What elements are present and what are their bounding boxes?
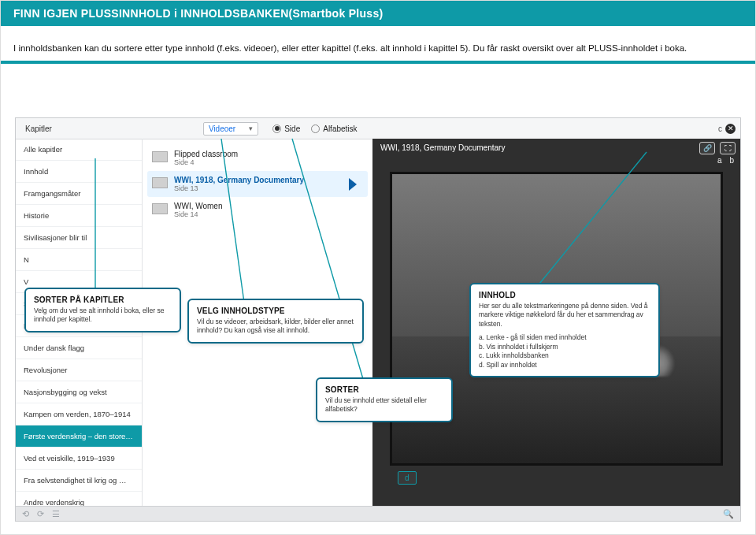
preview-title: WWI, 1918, Germany Documentary [380,143,505,152]
video-thumb-icon [152,177,168,188]
callout-sorter-title: SORTER [325,385,443,394]
play-label-d[interactable]: d [398,471,417,485]
callout-type-body: Vil du se videoer, arbeidsark, kilder, b… [197,318,354,336]
radio-dot-icon [272,124,281,133]
callout-innhold-d: d. Spill av innholdet [479,361,650,370]
radio-side-label: Side [284,124,300,133]
callout-innhold: INNHOLD Her ser du alle tekstmarkeringen… [469,283,660,377]
page-title: FINN IGJEN PLUSSINNHOLD i INNHOLDSBANKEN… [1,1,755,26]
radio-dot-icon [311,124,320,133]
sidebar-item[interactable]: Kampen om verden, 1870–1914 [16,403,142,425]
sidebar-item[interactable]: Historie [16,205,142,227]
sidebar-item[interactable]: Sivilisasjoner blir til [16,227,142,249]
sidebar-item[interactable]: Første verdenskrig – den store… [16,425,142,448]
letter-b: b [729,156,734,165]
toolbar: Kapitler Videoer Side Alfabetisk c ✕ [16,118,740,139]
chevron-right-icon [349,178,357,191]
footer-bar: ⟲ ⟳ ☰ 🔍 [16,506,740,521]
callout-innhold-title: INNHOLD [479,291,650,299]
undo-icon[interactable]: ⟲ [22,509,29,519]
sort-radios: Side Alfabetisk [272,124,357,133]
sidebar-item[interactable]: Under dansk flagg [16,337,142,359]
sidebar-item[interactable]: N [16,249,142,271]
callout-innhold-body: Her ser du alle tekstmarkeringene på den… [479,302,650,329]
radio-alpha[interactable]: Alfabetisk [311,124,357,133]
video-item[interactable]: WWI, WomenSide 14 [147,197,368,223]
video-item-title: WWI, Women [174,202,222,210]
preview-letters: a b [717,156,734,165]
callout-kapitler-title: SORTER PÅ KAPITLER [34,295,172,304]
link-icon[interactable]: 🔗 [699,142,715,154]
video-thumb-icon [152,151,168,162]
sidebar-item[interactable]: Fra selvstendighet til krig og … [16,470,142,492]
video-item-side: Side 13 [174,184,304,192]
callout-type: VELG INNHOLDSTYPE Vil du se videoer, arb… [187,299,364,344]
callout-type-title: VELG INNHOLDSTYPE [197,307,354,315]
sidebar-item[interactable]: Nasjonsbygging og vekst [16,381,142,403]
preview-tools: 🔗 ⛶ [699,142,736,154]
subtitle-wrap: I innholdsbanken kan du sortere etter ty… [1,26,755,64]
sidebar-item[interactable]: Framgangsmåter [16,183,142,205]
callout-innhold-a: a. Lenke - gå til siden med innholdet [479,333,650,342]
callout-sorter: SORTER Vil du se innhold etter sidetall … [316,377,453,422]
sidebar-item[interactable]: Ved et veiskille, 1919–1939 [16,448,142,470]
radio-side[interactable]: Side [272,124,300,133]
callout-innhold-c: c. Lukk innholdsbanken [479,351,650,360]
type-dropdown[interactable]: Videoer [203,122,258,136]
video-thumb-icon [152,203,168,214]
callout-kapitler: SORTER PÅ KAPITLER Velg om du vel se alt… [24,288,181,333]
video-item[interactable]: WWI, 1918, Germany DocumentarySide 13 [147,171,368,197]
sidebar-item[interactable]: Innhold [16,161,142,183]
video-item-title: WWI, 1918, Germany Documentary [174,176,304,184]
redo-icon[interactable]: ⟳ [37,509,44,519]
close-caret-letter: c [718,124,722,133]
video-item-title: Flipped classroom [174,150,238,158]
fullscreen-icon[interactable]: ⛶ [720,142,736,154]
search-icon[interactable]: 🔍 [723,509,734,519]
close-icon[interactable]: ✕ [725,124,736,134]
page-subtitle: I innholdsbanken kan du sortere etter ty… [13,43,743,53]
callout-kapitler-body: Velg om du vel se alt innhold i boka, el… [34,307,172,325]
callout-sorter-body: Vil du se innhold etter sidetall eller a… [325,396,443,414]
sidebar-item[interactable]: Alle kapitler [16,139,142,161]
sidebar-item[interactable]: Revolusjoner [16,359,142,381]
letter-a: a [717,156,722,165]
radio-alpha-label: Alfabetisk [323,124,357,133]
callout-innhold-b: b. Vis innholdet i fullskjerm [479,343,650,351]
video-item[interactable]: Flipped classroomSide 4 [147,145,368,171]
toolbar-label: Kapitler [16,124,61,133]
video-item-side: Side 14 [174,210,222,218]
video-item-side: Side 4 [174,158,238,166]
sidebar-item[interactable]: Andre verdenskrig [16,492,142,507]
page: FINN IGJEN PLUSSINNHOLD i INNHOLDSBANKEN… [0,0,756,535]
list-icon[interactable]: ☰ [52,509,60,519]
